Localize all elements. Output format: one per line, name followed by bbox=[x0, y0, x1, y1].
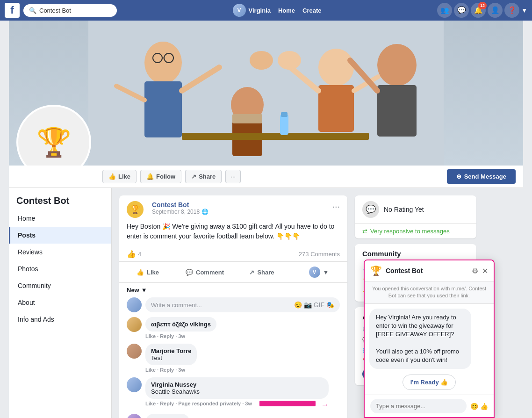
comment-item-3: Virginia Nussey Seattle Seahawks Like · … bbox=[127, 377, 340, 409]
pink-arrow-indicator: → bbox=[321, 401, 329, 409]
rating-card: 💬 No Rating Yet ⇄ Very responsive to mes… bbox=[355, 195, 476, 238]
comment-content-4: Ashish Das Manchester bbox=[145, 414, 190, 418]
navbar: f 🔍 V Virginia Home Create 👥 💬 🔔 12 👤 ❓ … bbox=[0, 0, 532, 21]
chat-header-icons: ⚙ ✕ bbox=[472, 267, 488, 275]
chat-message-input[interactable] bbox=[370, 399, 467, 413]
chat-subtext: You opened this conversation with m.me/.… bbox=[365, 281, 494, 304]
people-icon-btn[interactable]: 👥 bbox=[437, 3, 452, 18]
ready-button[interactable]: I'm Ready 👍 bbox=[403, 375, 456, 390]
messenger-icon: ⊕ bbox=[456, 173, 461, 180]
sidebar-item-home[interactable]: Home bbox=[9, 210, 111, 227]
chat-close-icon[interactable]: ✕ bbox=[482, 267, 488, 275]
gif-icon[interactable]: GIF bbox=[314, 301, 324, 309]
sidebar-item-reviews[interactable]: Reviews bbox=[9, 244, 111, 260]
trophy-icon: 🏆 bbox=[36, 126, 72, 159]
action-buttons-left: 👍 Like 🔔 Follow ↗ Share ··· bbox=[102, 170, 241, 183]
chat-gear-icon[interactable]: ⚙ bbox=[472, 267, 478, 275]
post-share-btn[interactable]: ↗ Share bbox=[233, 264, 290, 281]
notifications-icon-btn[interactable]: 🔔 12 bbox=[471, 3, 486, 18]
post-author-name[interactable]: Contest Bot bbox=[152, 201, 208, 209]
notification-badge: 12 bbox=[478, 2, 487, 9]
sidebar-item-about[interactable]: About bbox=[9, 294, 111, 311]
like-action-icon: 👍 bbox=[137, 269, 144, 276]
post-body: Hey Boston 🎉 We're giving away a $100 gi… bbox=[119, 222, 347, 247]
no-rating-section: 💬 No Rating Yet bbox=[355, 195, 476, 224]
chat-thumbs-icon[interactable]: 👍 bbox=[480, 403, 488, 410]
comment-user-avatar bbox=[127, 297, 142, 312]
nav-home[interactable]: Home bbox=[278, 7, 295, 14]
chat-emoji-icon[interactable]: 😊 bbox=[470, 403, 478, 410]
chat-input-row: 😊 👍 bbox=[365, 395, 494, 417]
post-reactions: 👍 4 273 Comments bbox=[119, 247, 347, 262]
follow-icon: 🔔 bbox=[146, 173, 154, 180]
friend-requests-icon-btn[interactable]: 👤 bbox=[488, 3, 503, 18]
svg-point-21 bbox=[278, 51, 301, 70]
post-date: September 8, 2018 🌐 bbox=[152, 209, 208, 215]
share-icon: ↗ bbox=[191, 173, 196, 180]
search-box[interactable]: 🔍 bbox=[23, 4, 117, 17]
help-icon-btn[interactable]: ❓ bbox=[504, 3, 519, 18]
comment-bubble-1: αιβεπτ όζάζο vikings bbox=[145, 317, 216, 332]
nav-create[interactable]: Create bbox=[302, 7, 321, 14]
comment-item-2: Marjorie Torre Test Like · Reply · 3w bbox=[127, 344, 340, 373]
search-icon: 🔍 bbox=[29, 7, 36, 14]
comment-bubble-4: Ashish Das Manchester bbox=[145, 414, 190, 418]
camera-icon[interactable]: 📷 bbox=[304, 301, 312, 309]
follow-button[interactable]: 🔔 Follow bbox=[140, 170, 181, 183]
comment-author-1[interactable]: αιβεπτ όζάζο vikings bbox=[151, 321, 211, 328]
comments-count[interactable]: 273 Comments bbox=[299, 251, 340, 258]
commenter-avatar-2 bbox=[127, 344, 142, 359]
sidebar-item-photos[interactable]: Photos bbox=[9, 260, 111, 277]
chat-messages: Hey Virginia! Are you ready to enter to … bbox=[365, 304, 494, 395]
comment-meta-2: Like · Reply · 3w bbox=[145, 367, 197, 373]
like-button[interactable]: 👍 Like bbox=[102, 170, 137, 183]
globe-icon: 🌐 bbox=[201, 209, 208, 215]
nav-user[interactable]: V Virginia bbox=[233, 4, 271, 17]
comment-author-2[interactable]: Marjorie Torre bbox=[151, 347, 191, 354]
cover-section: 🏆 👍 Like 🔔 Follow ↗ Share ··· bbox=[9, 21, 523, 188]
svg-rect-3 bbox=[144, 81, 182, 137]
post-avatar-action[interactable]: V ▼ bbox=[290, 264, 347, 281]
comment-action-icon: 💬 bbox=[186, 269, 193, 276]
chat-message-1: Hey Virginia! Are you ready to enter to … bbox=[369, 309, 471, 369]
svg-point-20 bbox=[250, 51, 273, 70]
emoji-icon[interactable]: 😊 bbox=[294, 301, 302, 309]
comment-content-2: Marjorie Torre Test Like · Reply · 3w bbox=[145, 344, 197, 373]
share-button[interactable]: ↗ Share bbox=[185, 170, 222, 183]
comment-item: αιβεπτ όζάζο vikings Like · Reply · 3w bbox=[127, 317, 340, 339]
svg-rect-22 bbox=[182, 133, 369, 140]
send-message-wrapper: ⊕ Send Message bbox=[447, 169, 516, 184]
search-input[interactable] bbox=[39, 7, 111, 14]
post-comment-btn[interactable]: 💬 Comment bbox=[176, 264, 233, 281]
sticker-icon[interactable]: 🎭 bbox=[326, 301, 334, 309]
chat-header: 🏆 Contest Bot ⚙ ✕ bbox=[365, 260, 494, 281]
svg-rect-24 bbox=[281, 112, 288, 117]
post-meta: Contest Bot September 8, 2018 🌐 bbox=[152, 201, 208, 215]
comment-author-3[interactable]: Virginia Nussey bbox=[151, 381, 323, 388]
comment-meta-1: Like · Reply · 3w bbox=[145, 333, 216, 339]
messenger-icon-btn[interactable]: 💬 bbox=[454, 3, 469, 18]
post-more-options[interactable]: ··· bbox=[332, 201, 340, 212]
no-rating: 💬 No Rating Yet bbox=[362, 201, 469, 218]
sidebar-item-community[interactable]: Community bbox=[9, 277, 111, 294]
commenter-avatar-3 bbox=[127, 377, 142, 392]
responsive-badge: ⇄ Very responsive to messages bbox=[355, 224, 476, 238]
share-action-icon: ↗ bbox=[249, 269, 254, 276]
sidebar-item-posts[interactable]: Posts bbox=[9, 227, 111, 244]
left-sidebar: Contest Bot Home Posts Reviews Photos Co… bbox=[9, 188, 112, 418]
nav-dropdown-btn[interactable]: ▼ bbox=[521, 7, 527, 14]
sidebar-item-info-and-ads[interactable]: Info and Ads bbox=[9, 311, 111, 328]
comment-text-2: Test bbox=[151, 354, 191, 361]
post-like-btn[interactable]: 👍 Like bbox=[119, 264, 176, 281]
comment-content-1: αιβεπτ όζάζο vikings Like · Reply · 3w bbox=[145, 317, 216, 339]
comment-input-box[interactable]: Write a comment... 😊 📷 GIF 🎭 bbox=[145, 297, 340, 312]
more-options-button[interactable]: ··· bbox=[225, 170, 241, 183]
community-title: Community bbox=[362, 250, 469, 258]
feed-column: 🏆 Contest Bot September 8, 2018 🌐 ··· He… bbox=[112, 188, 355, 418]
post-header: 🏆 Contest Bot September 8, 2018 🌐 ··· bbox=[119, 195, 347, 222]
send-message-button[interactable]: ⊕ Send Message bbox=[447, 169, 516, 184]
current-user-avatar-small: V bbox=[309, 267, 320, 278]
comments-sort[interactable]: New ▼ bbox=[127, 287, 340, 294]
svg-rect-23 bbox=[280, 114, 288, 135]
svg-rect-12 bbox=[232, 114, 262, 123]
